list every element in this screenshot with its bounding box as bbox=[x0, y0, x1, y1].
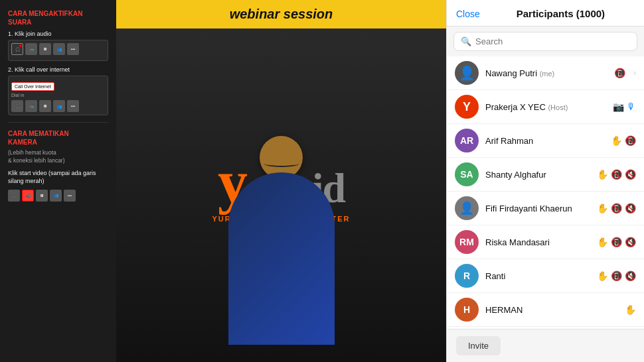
start-video3-mini-btn: 📹 bbox=[22, 190, 34, 202]
avatar: RM bbox=[455, 230, 479, 254]
left-panel: CARA MENGAKTIFKAN SUARA 1. Klik join aud… bbox=[0, 0, 116, 362]
mic-icon: 🎙 bbox=[627, 101, 636, 112]
participants-header: Close Participants (1000) bbox=[447, 0, 644, 27]
step2-screenshot: Call Over Internet Dial in 🎧 📹 🖥 👥 ••• bbox=[8, 76, 108, 115]
video-muted-icon: 📵 bbox=[611, 203, 622, 213]
divider bbox=[8, 122, 108, 123]
raise-hand-icon: ✋ bbox=[611, 135, 622, 146]
avatar: AR bbox=[455, 129, 479, 152]
participant-name: Fifi Firdayanti Khaerun bbox=[485, 204, 590, 213]
participant-name: Riska Mandasari bbox=[485, 237, 590, 247]
more-mini-btn: ••• bbox=[67, 43, 79, 55]
table-row: RM Riska Mandasari ✋ 📵 🔇 bbox=[447, 225, 644, 259]
start-video-mini-btn: 📹 bbox=[25, 43, 37, 55]
participants-list: 👤 Nawang Putri (me) 📵 › Y Prakerja X YEC… bbox=[447, 56, 644, 329]
participant-name: Shanty Alghafur bbox=[485, 170, 590, 180]
participants2-mini-btn: 👥 bbox=[53, 100, 65, 112]
mic-muted-icon: 🔇 bbox=[625, 237, 636, 247]
participant-icons: ✋ 📵 🔇 bbox=[597, 237, 636, 247]
table-row: R Ranti ✋ 📵 🔇 bbox=[447, 259, 644, 293]
video-frame: y eco .id YUREKA EDUCATION CENTER bbox=[116, 29, 446, 361]
table-row: H HERMAN ✋ bbox=[447, 293, 644, 327]
person-body bbox=[228, 172, 335, 345]
presenter-area: y eco .id YUREKA EDUCATION CENTER bbox=[116, 29, 446, 361]
avatar: R bbox=[455, 264, 479, 288]
participant-icons: ✋ 📵 🔇 bbox=[597, 169, 636, 180]
section1-title: CARA MENGAKTIFKAN SUARA bbox=[8, 9, 108, 27]
raise-hand-icon: ✋ bbox=[597, 169, 608, 180]
table-row: Y Prakerja X YEC (Host) 📷 🎙 bbox=[447, 90, 644, 124]
mic-muted-icon: 🔇 bbox=[625, 169, 636, 180]
close-button[interactable]: Close bbox=[456, 9, 480, 19]
invite-button[interactable]: Invite bbox=[456, 336, 501, 355]
participant-name: Prakerja X YEC (Host) bbox=[485, 102, 606, 112]
participant-icons: 📵 bbox=[614, 68, 625, 78]
raise-hand-icon: ✋ bbox=[625, 304, 636, 315]
participant-name: HERMAN bbox=[485, 305, 618, 315]
more3-mini-btn: ••• bbox=[64, 190, 76, 202]
search-box[interactable]: 🔍 bbox=[453, 32, 637, 51]
avatar: Y bbox=[455, 95, 479, 119]
video-muted-icon: 📵 bbox=[611, 237, 622, 247]
call-over-internet-label: Call Over Internet bbox=[11, 82, 54, 91]
mic-muted-icon: 🔇 bbox=[625, 203, 636, 213]
participants3-mini-btn: 👥 bbox=[50, 190, 62, 202]
webinar-banner: webinar session bbox=[116, 0, 446, 29]
participant-icons: ✋ bbox=[625, 304, 636, 315]
participant-icons: 📷 🎙 bbox=[613, 101, 636, 112]
participant-name: Ranti bbox=[485, 271, 590, 281]
mic-muted-icon: 🔇 bbox=[625, 271, 636, 281]
raise-hand-icon: ✋ bbox=[597, 203, 608, 213]
video-muted-icon: 📵 bbox=[614, 68, 625, 78]
video-muted-icon: 📵 bbox=[611, 169, 622, 180]
step1-screenshot: 🎧 📹 🖥 👥 ••• bbox=[8, 40, 108, 61]
participant-icons: ✋ 📵 bbox=[611, 135, 636, 146]
video-muted-icon: 📵 bbox=[625, 135, 636, 146]
participants-title: Participants (1000) bbox=[487, 8, 635, 19]
dial-in-label: Dial in bbox=[11, 93, 105, 97]
raise-hand-icon: ✋ bbox=[597, 237, 608, 247]
avatar: SA bbox=[455, 162, 479, 186]
table-row: SA Shanty Alghafur ✋ 📵 🔇 bbox=[447, 158, 644, 192]
participant-icons: ✋ 📵 🔇 bbox=[597, 271, 636, 281]
step2-label: 2. Klik call over internet bbox=[8, 66, 108, 73]
join-audio2-mini-btn: 🎧 bbox=[11, 100, 23, 112]
participant-name: Arif Rahman bbox=[485, 136, 604, 146]
share2-mini-btn: 🖥 bbox=[39, 100, 51, 112]
join-audio-mini-btn: 🎧 bbox=[11, 43, 23, 55]
main-video-area: webinar session y eco .id YUREKA EDUCATI… bbox=[116, 0, 446, 362]
search-input[interactable] bbox=[475, 36, 630, 46]
avatar: H bbox=[455, 298, 479, 322]
table-row: AR Arif Rahman ✋ 📵 bbox=[447, 124, 644, 158]
participants-mini-btn: 👥 bbox=[53, 43, 65, 55]
participant-icons: ✋ 📵 🔇 bbox=[597, 203, 636, 213]
raise-hand-icon: ✋ bbox=[597, 271, 608, 281]
step1-label: 1. Klik join audio bbox=[8, 30, 108, 37]
table-row: 👤 Nawang Putri (me) 📵 › bbox=[447, 56, 644, 90]
presenter-person bbox=[208, 136, 355, 361]
avatar: 👤 bbox=[455, 61, 479, 85]
join-audio3-mini-btn: 🎧 bbox=[8, 190, 20, 202]
video-muted-icon: 📵 bbox=[611, 271, 622, 281]
participant-name: Nawang Putri (me) bbox=[485, 68, 607, 78]
search-icon: 🔍 bbox=[461, 36, 471, 46]
participants-footer: Invite bbox=[447, 329, 644, 362]
table-row: 👤 Fifi Firdayanti Khaerun ✋ 📵 🔇 bbox=[447, 192, 644, 225]
avatar: 👤 bbox=[455, 196, 479, 220]
chevron-right-icon: › bbox=[633, 68, 636, 78]
toolbar3-mini: 🎧 📹 🖥 👥 ••• bbox=[8, 190, 108, 202]
start-video2-mini-btn: 📹 bbox=[25, 100, 37, 112]
share-mini-btn: 🖥 bbox=[39, 43, 51, 55]
right-panel: Close Participants (1000) 🔍 👤 Nawang Put… bbox=[446, 0, 644, 362]
video-gray-icon: 📷 bbox=[613, 101, 624, 112]
section2-title: CARA MEMATIKAN KAMERA bbox=[8, 129, 108, 147]
section2-subtitle: (Lebih hemat kuota & koneksi lebih lanca… bbox=[8, 149, 108, 165]
more2-mini-btn: ••• bbox=[67, 100, 79, 112]
share3-mini-btn: 🖥 bbox=[36, 190, 48, 202]
klik-start-text: Klik start video (sampai ada garis silan… bbox=[8, 169, 108, 186]
